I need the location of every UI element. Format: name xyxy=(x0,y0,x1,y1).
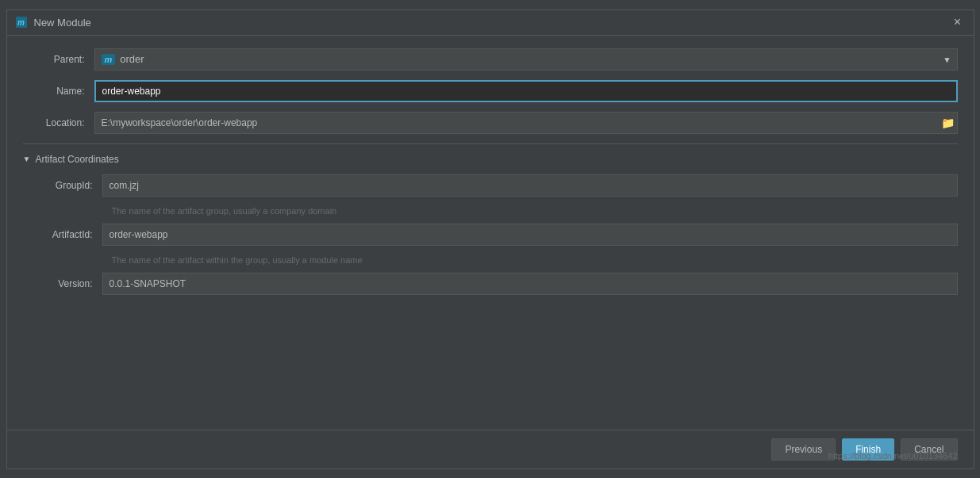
artifact-section-label: Artifact Coordinates xyxy=(35,154,118,165)
parent-select[interactable]: m order xyxy=(94,48,958,71)
groupid-hint: The name of the artifact group, usually … xyxy=(31,206,958,216)
location-input[interactable] xyxy=(94,112,958,134)
parent-value: order xyxy=(120,53,144,65)
close-button[interactable]: × xyxy=(950,14,966,30)
groupid-label: GroupId: xyxy=(31,180,102,191)
title-bar: m New Module × xyxy=(7,10,974,36)
location-label: Location: xyxy=(23,117,94,128)
dialog-content: Parent: m order ▼ Name: Location: 📁 xyxy=(7,36,974,430)
cancel-button[interactable]: Cancel xyxy=(901,438,957,461)
folder-icon: 📁 xyxy=(941,117,955,129)
location-row: Location: 📁 xyxy=(23,112,958,134)
artifactid-field xyxy=(102,224,958,246)
parent-label: Parent: xyxy=(23,54,94,65)
name-input[interactable] xyxy=(94,80,958,102)
version-label: Version: xyxy=(31,278,102,289)
new-module-dialog: m New Module × Parent: m order ▼ Name: xyxy=(6,10,974,469)
location-wrapper: 📁 xyxy=(94,112,958,134)
parent-row: Parent: m order ▼ xyxy=(23,48,958,71)
finish-button[interactable]: Finish xyxy=(842,438,894,461)
groupid-row: GroupId: xyxy=(31,174,958,197)
version-field xyxy=(102,273,958,295)
groupid-field xyxy=(102,174,958,197)
name-label: Name: xyxy=(23,86,94,97)
previous-button[interactable]: Previous xyxy=(771,438,836,461)
collapse-icon[interactable]: ▼ xyxy=(23,155,31,163)
svg-text:m: m xyxy=(17,18,25,27)
version-row: Version: xyxy=(31,273,958,295)
artifact-section: GroupId: The name of the artifact group,… xyxy=(23,174,958,295)
artifactid-row: ArtifactId: xyxy=(31,224,958,246)
parent-badge: m xyxy=(102,54,116,65)
artifactid-hint: The name of the artifact within the grou… xyxy=(31,255,958,265)
groupid-input[interactable] xyxy=(102,174,958,197)
artifactid-label: ArtifactId: xyxy=(31,229,102,240)
name-row: Name: xyxy=(23,80,958,102)
dialog-icon: m xyxy=(15,16,28,29)
name-field xyxy=(94,80,958,102)
dialog-title: New Module xyxy=(34,17,943,29)
dialog-footer: Previous Finish Cancel xyxy=(7,430,974,468)
artifact-section-header: ▼ Artifact Coordinates xyxy=(23,154,958,165)
browse-button[interactable]: 📁 xyxy=(941,117,955,129)
version-input[interactable] xyxy=(102,273,958,295)
artifactid-input[interactable] xyxy=(102,224,958,246)
divider xyxy=(23,143,958,144)
parent-select-wrapper: m order ▼ xyxy=(94,48,958,71)
